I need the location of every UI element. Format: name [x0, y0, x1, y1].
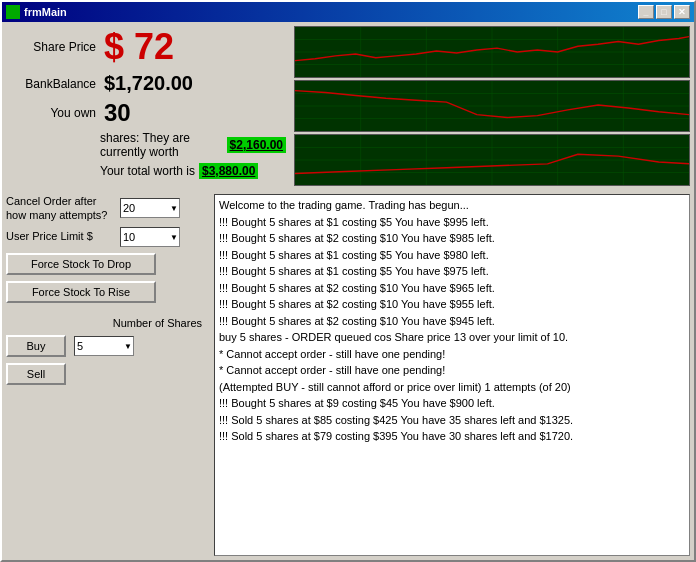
- log-line: !!! Bought 5 shares at $2 costing $10 Yo…: [219, 280, 685, 297]
- shares-label: shares: They are currently worth: [100, 131, 223, 159]
- title-bar-controls: _ □ ✕: [638, 5, 690, 19]
- you-own-row: You own 30: [6, 99, 286, 127]
- user-price-limit-row: User Price Limit $ 10 20 50: [6, 227, 206, 247]
- log-box: Welcome to the trading game. Trading has…: [214, 194, 690, 556]
- log-line: (Attempted BUY - still cannot afford or …: [219, 379, 685, 396]
- minimize-button[interactable]: _: [638, 5, 654, 19]
- share-price-value: $ 72: [104, 26, 174, 68]
- log-line: !!! Bought 5 shares at $2 costing $10 Yo…: [219, 230, 685, 247]
- left-panel: Cancel Order afterhow many attempts? 20 …: [6, 194, 206, 556]
- share-price-label: Share Price: [6, 40, 96, 54]
- sell-row: Sell: [6, 363, 206, 385]
- log-line: * Cannot accept order - still have one p…: [219, 362, 685, 379]
- log-line: !!! Bought 5 shares at $1 costing $5 You…: [219, 247, 685, 264]
- shares-count-select[interactable]: 5 10 20: [74, 336, 134, 356]
- chart-bank-balance: [294, 80, 690, 132]
- cancel-order-select-wrapper: 20 10 5: [120, 198, 180, 218]
- middle-section: Cancel Order afterhow many attempts? 20 …: [6, 194, 690, 556]
- window-title: frmMain: [24, 6, 67, 18]
- bank-balance-label: BankBalance: [6, 77, 96, 91]
- maximize-button[interactable]: □: [656, 5, 672, 19]
- shares-worth-value: $2,160.00: [227, 137, 286, 153]
- log-line: !!! Bought 5 shares at $1 costing $5 You…: [219, 214, 685, 231]
- log-line: !!! Sold 5 shares at $79 costing $395 Yo…: [219, 428, 685, 445]
- cancel-order-label: Cancel Order afterhow many attempts?: [6, 194, 116, 223]
- info-panel: Share Price $ 72 BankBalance $1,720.00 Y…: [6, 26, 286, 186]
- log-line: !!! Bought 5 shares at $9 costing $45 Yo…: [219, 395, 685, 412]
- title-bar-text: frmMain: [6, 5, 67, 19]
- force-rise-button[interactable]: Force Stock To Rise: [6, 281, 156, 303]
- app-icon: [6, 5, 20, 19]
- total-worth-row: Your total worth is $3,880.00: [100, 163, 286, 179]
- shares-count-select-wrapper: 5 10 20: [74, 336, 134, 356]
- sell-button[interactable]: Sell: [6, 363, 66, 385]
- log-line: !!! Bought 5 shares at $2 costing $10 Yo…: [219, 296, 685, 313]
- log-line: !!! Bought 5 shares at $2 costing $10 Yo…: [219, 313, 685, 330]
- buy-sell-section: Number of Shares Buy 5 10 20 Sell: [6, 317, 206, 385]
- main-window: frmMain _ □ ✕ Share Price $ 72 BankBalan…: [0, 0, 696, 562]
- charts-panel: [294, 26, 690, 186]
- log-line: * Cannot accept order - still have one p…: [219, 346, 685, 363]
- chart-shares-owned: [294, 134, 690, 186]
- force-drop-button[interactable]: Force Stock To Drop: [6, 253, 156, 275]
- bank-balance-row: BankBalance $1,720.00: [6, 72, 286, 95]
- buy-row: Buy 5 10 20: [6, 335, 206, 357]
- close-button[interactable]: ✕: [674, 5, 690, 19]
- top-section: Share Price $ 72 BankBalance $1,720.00 Y…: [6, 26, 690, 186]
- you-own-value: 30: [104, 99, 131, 127]
- bank-balance-value: $1,720.00: [104, 72, 193, 95]
- chart-share-price: [294, 26, 690, 78]
- number-of-shares-label: Number of Shares: [6, 317, 202, 329]
- total-worth-label: Your total worth is: [100, 164, 195, 178]
- total-worth-value: $3,880.00: [199, 163, 258, 179]
- buy-button[interactable]: Buy: [6, 335, 66, 357]
- cancel-order-select[interactable]: 20 10 5: [120, 198, 180, 218]
- log-line: Welcome to the trading game. Trading has…: [219, 197, 685, 214]
- price-limit-select-wrapper: 10 20 50: [120, 227, 180, 247]
- log-line: !!! Sold 5 shares at $85 costing $425 Yo…: [219, 412, 685, 429]
- user-price-limit-label: User Price Limit $: [6, 229, 116, 243]
- log-line: buy 5 shares - ORDER queued cos Share pr…: [219, 329, 685, 346]
- shares-worth-row: shares: They are currently worth $2,160.…: [100, 131, 286, 159]
- price-limit-select[interactable]: 10 20 50: [120, 227, 180, 247]
- cancel-order-group: Cancel Order afterhow many attempts? 20 …: [6, 194, 206, 247]
- log-line: !!! Bought 5 shares at $1 costing $5 You…: [219, 263, 685, 280]
- you-own-label: You own: [6, 106, 96, 120]
- title-bar: frmMain _ □ ✕: [2, 2, 694, 22]
- main-content: Share Price $ 72 BankBalance $1,720.00 Y…: [2, 22, 694, 560]
- share-price-row: Share Price $ 72: [6, 26, 286, 68]
- cancel-order-row: Cancel Order afterhow many attempts? 20 …: [6, 194, 206, 223]
